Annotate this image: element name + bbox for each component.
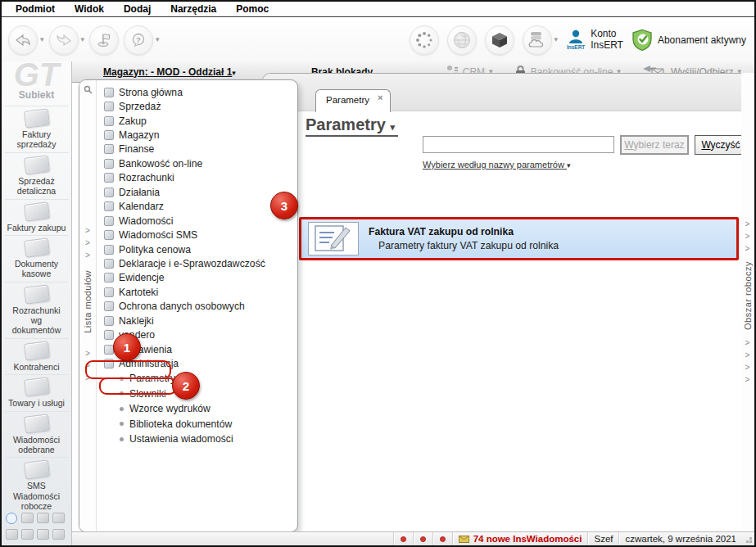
tree-item[interactable]: Magazyn [97,128,297,142]
home-flag-button[interactable] [89,25,119,55]
boxes-group-icon[interactable] [37,529,49,540]
module-shortcut[interactable]: Faktury sprzedaży [5,106,69,152]
tree-item[interactable]: Bankowość on-line [97,156,297,170]
tree-item[interactable]: Działania [97,185,297,199]
module-shortcut[interactable]: Kontrahenci [5,338,69,374]
close-icon[interactable]: × [378,93,383,102]
package-button[interactable] [485,25,514,55]
magazyn-selector[interactable]: Magazyn: - MOD - Oddział 1▾ [103,66,236,78]
chevron-right-icon[interactable]: > [745,242,750,255]
sync-spinner-button[interactable] [410,25,439,55]
module-shortcut[interactable]: Towary i usługi [5,374,69,410]
tree-item[interactable]: Polityka cenowa [97,242,297,256]
status-indicator[interactable] [432,532,452,545]
subscription-status[interactable]: Abonament aktywny [632,29,746,52]
retail-group-icon[interactable] [37,513,49,523]
chevron-down-icon[interactable]: ▾ [555,36,559,43]
status-indicator[interactable] [393,532,413,545]
menu-item[interactable]: Podmiot [7,2,64,16]
select-by-name-link[interactable]: Wybierz według nazwy parametrów ▾ [423,160,571,170]
mail-group-icon[interactable] [52,529,65,540]
konto-label-line1: Konto [591,29,623,40]
chevron-right-icon[interactable]: > [745,337,750,349]
purchase-group-icon[interactable] [52,513,65,523]
menu-item[interactable]: Dodaj [115,2,160,16]
cash-documents-icon [23,237,49,257]
back-button[interactable] [8,25,38,55]
menu-item[interactable]: Widok [66,2,113,16]
tab-label: Parametry [326,95,369,105]
tree-item[interactable]: Ewidencje [97,271,297,285]
date-label: czwartek, 9 września 2021 [625,534,736,544]
parameter-result-item[interactable]: Faktura VAT zakupu od rolnika Parametry … [299,217,739,260]
resize-grip[interactable] [742,532,754,545]
chevron-right-icon[interactable]: > [85,237,90,249]
module-shortcut[interactable]: Faktury zakupu [5,199,69,235]
application-window: PodmiotWidokDodajNarzędziaPomoc ▾ ▾ [0,0,756,547]
chevron-down-icon[interactable]: ▾ [81,36,85,43]
tree-item[interactable]: Rozrachunki [97,171,297,185]
page-title[interactable]: Parametry ▾ [306,115,398,137]
inswiadomosci-cell[interactable]: 74 nowe InsWiadomości [452,532,588,545]
contractors-icon [23,341,49,360]
chevron-right-icon[interactable]: > [745,373,750,386]
user-cell[interactable]: Szef [587,532,618,545]
tree-child-item[interactable]: Ustawienia wiadomości [97,432,297,447]
help-button[interactable]: ? [124,25,153,55]
module-shortcut[interactable]: Sprzedaż detaliczna [5,152,69,199]
chevron-down-icon[interactable]: ▾ [40,36,44,43]
module-label: Towary i usługi [8,398,65,408]
tree-item-label: Strona główna [119,87,183,98]
tree-item[interactable]: Strona główna [97,85,297,99]
activities-icon [104,188,114,197]
parameter-search-input[interactable] [423,136,614,153]
chevron-right-icon[interactable]: > [745,230,750,242]
annotation-step-2: 2 [172,372,200,400]
konto-insert[interactable]: InsERT Konto InsERT [566,29,623,52]
tree-child-item[interactable]: Biblioteka dokumentów [97,417,297,432]
workspace-strip[interactable]: > > > Obszar roboczy > > > > [740,73,754,531]
chevron-right-icon[interactable]: > [745,361,750,373]
module-shortcut[interactable]: Dokumenty kasowe [5,235,69,282]
chevron-right-icon[interactable]: > [745,349,750,361]
tree-item[interactable]: Wiadomości [97,214,297,228]
tree-item[interactable]: Ochrona danych osobowych [97,300,297,314]
tree-item[interactable]: Deklaracje i e-Sprawozdawczość [97,256,297,270]
chevron-down-icon[interactable]: ▾ [156,36,160,43]
module-list-strip[interactable]: > > > Lista modułów > > > [79,80,97,531]
tree-item[interactable]: Zakup [97,114,297,128]
chevron-right-icon[interactable]: > [85,347,90,359]
online-services-button[interactable] [447,25,477,55]
tree-item[interactable]: Kalendarz [97,200,297,214]
camera-group-icon[interactable] [6,529,18,540]
menu-item[interactable]: Pomoc [227,2,278,16]
tree-item[interactable]: Naklejki [97,314,297,328]
forward-button[interactable] [49,25,79,55]
cloud-services-button[interactable] [523,25,552,55]
tree-item[interactable]: Wiadomości SMS [97,228,297,242]
status-indicator[interactable] [413,532,432,545]
chevron-right-icon[interactable]: > [85,224,90,237]
warehouse-group-icon[interactable] [21,529,34,540]
date-cell[interactable]: czwartek, 9 września 2021 [618,532,742,545]
tree-item[interactable]: Kartoteki [97,285,297,299]
clear-button[interactable]: Wyczyść [695,135,741,155]
tab-parametry[interactable]: Parametry × [315,89,391,112]
select-now-button[interactable]: Wybierz teraz [620,135,689,155]
chevron-right-icon[interactable]: > [85,249,90,261]
chevron-right-icon[interactable]: > [745,218,750,230]
module-shortcut[interactable]: Rozrachunki wg dokumentów [5,282,69,338]
cloud-stack-icon [527,30,548,50]
tree-item[interactable]: Finanse [97,142,297,156]
module-shortcut[interactable]: SMS Wiadomości robocze [5,457,69,513]
tree-item[interactable]: Sprzedaż [97,99,297,113]
result-description: Parametry faktury VAT zakupu od rolnika [369,240,559,251]
sales-group-icon[interactable] [21,513,34,523]
pin-icon[interactable] [84,85,93,94]
chevron-down-icon: ▾ [567,162,571,170]
menu-item[interactable]: Narzędzia [161,2,225,16]
active-group-icon[interactable] [6,513,17,524]
tree-child-item[interactable]: Wzorce wydruków [97,401,297,417]
chevron-down-icon: ▾ [232,69,236,77]
module-shortcut[interactable]: Wiadomości odebrane [5,411,69,458]
